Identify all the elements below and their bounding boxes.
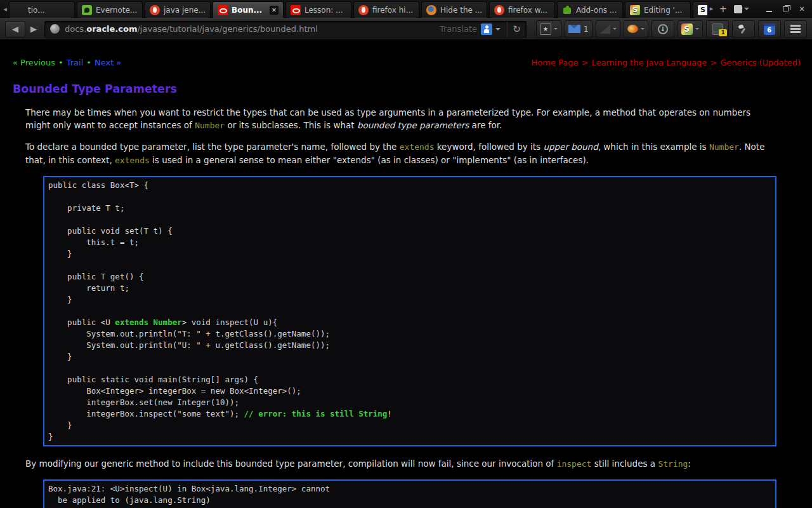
duckduckgo-icon bbox=[150, 5, 160, 15]
calendar-icon: 6 bbox=[764, 23, 775, 35]
code-line: be applied to (java.lang.String) bbox=[48, 495, 771, 506]
code-line bbox=[48, 214, 771, 225]
code-line: private T t; bbox=[48, 203, 771, 214]
dot-separator: • bbox=[86, 58, 91, 67]
chevron-down-icon bbox=[695, 28, 699, 30]
breadcrumb-separator: > bbox=[710, 58, 717, 67]
tab-scroll-right-icon[interactable]: ▸ bbox=[707, 1, 715, 17]
code-line: return t; bbox=[48, 283, 771, 294]
close-button[interactable]: ✕ bbox=[796, 3, 808, 15]
download-button[interactable]: ↓ bbox=[652, 20, 674, 38]
tab-label: Hide the ... bbox=[440, 6, 482, 15]
code-line: } bbox=[48, 420, 771, 431]
tab-label: firefox w... bbox=[508, 6, 550, 15]
duckduckgo-icon bbox=[358, 5, 369, 15]
tab-scroll-left-icon[interactable]: ◂ bbox=[1, 1, 9, 18]
chevron-down-icon bbox=[613, 28, 617, 30]
tab-hide-the[interactable]: Hide the ... bbox=[421, 1, 487, 18]
mail-button[interactable]: 1 bbox=[565, 20, 593, 38]
reload-button[interactable]: ↻ bbox=[507, 22, 526, 37]
badge: 1 bbox=[584, 25, 589, 34]
firefox-icon bbox=[426, 5, 436, 15]
window-controls: ✕ bbox=[759, 3, 811, 15]
bookmark-star-button[interactable]: ★ bbox=[536, 20, 561, 38]
breadcrumb-separator: > bbox=[582, 58, 589, 67]
url-prefix: docs. bbox=[65, 24, 86, 34]
code-line: } bbox=[48, 431, 771, 443]
translate-icon[interactable] bbox=[481, 23, 492, 35]
tab-label: Evernote... bbox=[96, 6, 138, 15]
tab-oracle-ja[interactable]: SOracle Ja... bbox=[693, 1, 707, 18]
oracle-icon bbox=[218, 5, 228, 15]
tab-label: firefox hi... bbox=[372, 6, 414, 15]
breadcrumb-link[interactable]: Home Page bbox=[532, 58, 579, 67]
code-line bbox=[48, 260, 771, 271]
session-manager-button[interactable]: S bbox=[678, 20, 703, 38]
foxyproxy-button[interactable] bbox=[624, 20, 648, 38]
code-block-compiler-error: Box.java:21: <U>inspect(U) in Box<java.l… bbox=[43, 479, 776, 508]
tab-firefox-hi[interactable]: firefox hi... bbox=[353, 1, 419, 18]
chevron-down-icon bbox=[744, 8, 749, 10]
paragraph-1: There may be times when you want to rest… bbox=[25, 106, 775, 132]
package-button[interactable]: 1 bbox=[706, 20, 729, 38]
calendar-button[interactable]: 6 bbox=[758, 20, 781, 38]
s-color-icon: S bbox=[630, 5, 640, 15]
lamp-icon bbox=[738, 24, 749, 34]
tab-close-icon[interactable]: ✕ bbox=[270, 6, 278, 15]
url-path: /javase/tutorial/java/generics/bounded.h… bbox=[137, 24, 317, 34]
breadcrumb-link[interactable]: Learning the Java Language bbox=[592, 58, 707, 67]
browser-window: ◂ tio...Evernote...java jene...Boun...✕L… bbox=[0, 0, 812, 508]
tab-label: Editing '... bbox=[644, 6, 686, 15]
url-text[interactable]: docs.oracle.com/javase/tutorial/java/gen… bbox=[65, 24, 440, 34]
chevron-down-icon[interactable] bbox=[495, 28, 501, 30]
chevron-down-icon bbox=[554, 28, 558, 30]
code-line: public T get() { bbox=[48, 271, 771, 283]
graph-button[interactable] bbox=[596, 20, 620, 38]
code-line: public <U extends Number> void inspect(U… bbox=[48, 317, 771, 328]
tab-boun[interactable]: Boun...✕ bbox=[213, 1, 284, 18]
next-link[interactable]: Next » bbox=[95, 58, 121, 67]
tab-list-button[interactable] bbox=[731, 5, 752, 13]
translate-control[interactable]: Translate bbox=[440, 23, 504, 35]
s-mono-icon: S bbox=[698, 5, 707, 15]
code-line: System.out.println("U: " + u.getClass().… bbox=[48, 340, 771, 351]
tab-editing[interactable]: SEditing '... bbox=[625, 1, 691, 18]
code-line: Box<Integer> integerBox = new Box<Intege… bbox=[48, 385, 771, 397]
code-line: public void set(T t) { bbox=[48, 225, 771, 237]
translate-label: Translate bbox=[440, 24, 477, 34]
foxyproxy-icon bbox=[627, 25, 638, 33]
minimize-button[interactable] bbox=[763, 3, 775, 15]
tab-add-ons[interactable]: Add-ons ... bbox=[557, 1, 623, 18]
tab-java-jene[interactable]: java jene... bbox=[145, 1, 211, 18]
badge: 1 bbox=[719, 29, 726, 36]
tab-firefox-w[interactable]: firefox w... bbox=[489, 1, 555, 18]
trail-link[interactable]: Trail bbox=[67, 58, 84, 67]
tab-tio[interactable]: tio... bbox=[9, 1, 75, 18]
lamp-button[interactable] bbox=[732, 20, 755, 38]
restore-button[interactable] bbox=[779, 3, 792, 15]
mail-icon bbox=[568, 25, 580, 33]
breadcrumb-link[interactable]: Generics (Updated) bbox=[720, 58, 801, 67]
globe-icon bbox=[50, 24, 60, 34]
code-line: } bbox=[48, 294, 771, 305]
page-top-row: « Previous•Trail•Next » Home Page>Learni… bbox=[0, 40, 812, 67]
code-line: System.out.println("T: " + t.getClass().… bbox=[48, 328, 771, 340]
tab-label: Boun... bbox=[232, 6, 267, 15]
session-manager-icon: S bbox=[681, 23, 693, 35]
paragraph-2: To declare a bounded type parameter, lis… bbox=[25, 140, 775, 167]
tutorial-nav-links: « Previous•Trail•Next » bbox=[13, 58, 121, 67]
code-line bbox=[48, 363, 771, 374]
code-line: } bbox=[48, 248, 771, 260]
menu-button[interactable] bbox=[784, 20, 807, 38]
minimize-icon bbox=[766, 11, 772, 12]
tab-evernote[interactable]: Evernote... bbox=[77, 1, 143, 18]
new-tab-button[interactable]: + bbox=[715, 1, 731, 17]
tab-label: Add-ons ... bbox=[576, 6, 618, 15]
forward-button[interactable]: ▶ bbox=[25, 21, 42, 37]
tab-lesson[interactable]: Lesson: ... bbox=[285, 1, 351, 18]
back-button[interactable]: ◀ bbox=[5, 21, 25, 37]
previous-link[interactable]: « Previous bbox=[13, 58, 55, 67]
restore-icon bbox=[783, 6, 789, 11]
download-icon: ↓ bbox=[658, 24, 668, 34]
url-bar[interactable]: docs.oracle.com/javase/tutorial/java/gen… bbox=[44, 21, 527, 37]
